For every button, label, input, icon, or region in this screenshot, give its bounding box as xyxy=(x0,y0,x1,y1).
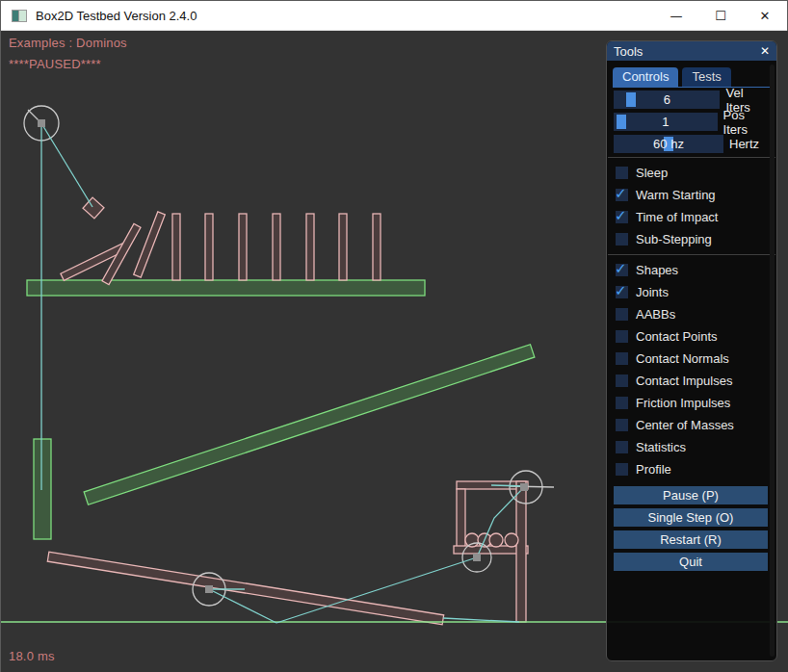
sub-stepping-checkbox[interactable] xyxy=(616,233,628,246)
checkmark-icon: ✓ xyxy=(615,282,627,299)
time-of-impact-checkbox[interactable]: ✓ xyxy=(616,211,628,223)
checkbox-label: Statistics xyxy=(636,440,686,454)
angled-green-plank xyxy=(84,345,535,505)
tools-panel-title: Tools xyxy=(614,44,643,59)
hertz-slider[interactable]: 60 hz xyxy=(614,135,723,153)
center-of-masses-checkbox[interactable] xyxy=(616,419,628,431)
check-row: Statistics xyxy=(614,436,770,458)
standing-domino xyxy=(373,214,381,280)
checkbox-label: AABBs xyxy=(636,307,675,322)
statistics-checkbox[interactable] xyxy=(616,441,628,453)
solver-checkbox-group: Sleep✓Warm Starting✓Time of ImpactSub-St… xyxy=(614,162,770,250)
standing-domino xyxy=(306,214,314,280)
minimize-button[interactable]: — xyxy=(654,1,698,30)
check-row: AABBs xyxy=(614,303,770,325)
small-hanging-box xyxy=(83,197,104,219)
single-step-button[interactable]: Single Step (O) xyxy=(614,508,768,527)
draw-checkbox-group: ✓Shapes✓JointsAABBsContact PointsContact… xyxy=(614,259,770,480)
vel-iters-slider[interactable]: 6 xyxy=(614,90,720,109)
tools-panel-titlebar[interactable]: Tools ✕ xyxy=(607,41,776,61)
checkbox-label: Profile xyxy=(636,462,671,477)
quit-button[interactable]: Quit xyxy=(614,553,768,571)
separator xyxy=(608,254,775,255)
close-button[interactable]: ✕ xyxy=(743,1,787,30)
check-row: ✓Time of Impact xyxy=(614,206,770,228)
checkbox-label: Shapes xyxy=(636,263,678,277)
slider-value: 60 hz xyxy=(614,135,723,153)
buttons-section: Pause (P)Single Step (O)Restart (R)Quit xyxy=(614,486,770,571)
standing-domino xyxy=(273,214,280,280)
joint-anchor xyxy=(38,119,45,127)
check-row: ✓Shapes xyxy=(614,259,770,281)
window-controls: —☐✕ xyxy=(654,1,787,30)
warm-starting-checkbox[interactable]: ✓ xyxy=(616,189,628,201)
sliders-section: 6Vel Iters1Pos Iters60 hzHertz xyxy=(614,90,770,153)
standing-domino xyxy=(205,214,213,280)
check-row: Sleep xyxy=(614,162,770,184)
checkmark-icon: ✓ xyxy=(615,185,627,202)
frame-time-label: 18.0 ms xyxy=(9,649,55,663)
checkbox-label: Sleep xyxy=(636,166,668,180)
tab-controls[interactable]: Controls xyxy=(613,67,678,87)
slider-row: 60 hzHertz xyxy=(614,135,770,153)
maximize-button[interactable]: ☐ xyxy=(698,1,743,30)
friction-impulses-checkbox[interactable] xyxy=(616,397,628,409)
checkbox-label: Center of Masses xyxy=(636,418,734,432)
slider-row: 1Pos Iters xyxy=(614,113,770,131)
sleep-checkbox[interactable] xyxy=(616,167,628,179)
close-icon[interactable]: ✕ xyxy=(760,44,770,58)
app-icon xyxy=(12,10,27,22)
contact-normals-checkbox[interactable] xyxy=(616,352,628,365)
shelf-ball xyxy=(505,533,518,547)
joints-checkbox[interactable]: ✓ xyxy=(616,286,628,298)
pause-button[interactable]: Pause (P) xyxy=(614,486,768,504)
check-row: Contact Normals xyxy=(614,348,770,370)
checkbox-label: Contact Points xyxy=(636,329,718,344)
joint-anchor xyxy=(205,585,213,593)
contact-impulses-checkbox[interactable] xyxy=(616,375,628,387)
panel-scrollbar[interactable] xyxy=(770,65,775,657)
checkbox-label: Contact Impulses xyxy=(636,374,732,388)
standing-domino xyxy=(339,214,347,280)
tab-tests[interactable]: Tests xyxy=(682,67,730,87)
shapes-checkbox[interactable]: ✓ xyxy=(616,264,628,276)
slider-label: Pos Iters xyxy=(723,108,770,137)
box2d-testbed-window: Box2D Testbed Version 2.4.0 —☐✕ Examples… xyxy=(0,0,788,672)
separator xyxy=(608,157,775,158)
fallen-domino xyxy=(134,212,166,277)
contact-points-checkbox[interactable] xyxy=(616,330,628,343)
checkbox-label: Time of Impact xyxy=(636,210,718,224)
window-title: Box2D Testbed Version 2.4.0 xyxy=(36,9,197,23)
check-row: Center of Masses xyxy=(614,414,770,436)
domino-platform xyxy=(27,280,425,296)
aabbs-checkbox[interactable] xyxy=(616,308,628,321)
frame-left-bar xyxy=(457,489,465,550)
check-row: Contact Impulses xyxy=(614,370,770,392)
checkmark-icon: ✓ xyxy=(615,260,627,277)
example-label: Examples : Dominos xyxy=(9,36,127,50)
tools-panel: Tools ✕ ControlsTests 6Vel Iters1Pos Ite… xyxy=(606,40,777,661)
check-row: ✓Warm Starting xyxy=(614,184,770,206)
check-row: Sub-Stepping xyxy=(614,228,770,250)
joint-anchor xyxy=(520,483,528,491)
paused-status-label: ****PAUSED**** xyxy=(9,57,101,71)
shelf-ball xyxy=(465,533,479,547)
checkbox-label: Contact Normals xyxy=(636,351,729,366)
pos-iters-slider[interactable]: 1 xyxy=(614,113,718,131)
joint-line xyxy=(41,123,92,207)
checkbox-label: Warm Starting xyxy=(636,188,716,202)
restart-button[interactable]: Restart (R) xyxy=(614,530,768,549)
slider-row: 6Vel Iters xyxy=(614,90,770,109)
checkbox-label: Sub-Stepping xyxy=(636,232,712,246)
window-titlebar: Box2D Testbed Version 2.4.0 —☐✕ xyxy=(1,1,787,31)
profile-checkbox[interactable] xyxy=(616,463,628,476)
check-row: Profile xyxy=(614,458,770,480)
standing-domino xyxy=(172,214,180,280)
check-row: ✓Joints xyxy=(614,281,770,303)
shelf-ball xyxy=(489,533,503,547)
slider-label: Hertz xyxy=(729,137,759,151)
checkmark-icon: ✓ xyxy=(615,207,627,224)
slider-value: 1 xyxy=(614,113,718,131)
joint-anchor xyxy=(473,554,481,561)
vertical-green-bar xyxy=(34,439,51,539)
